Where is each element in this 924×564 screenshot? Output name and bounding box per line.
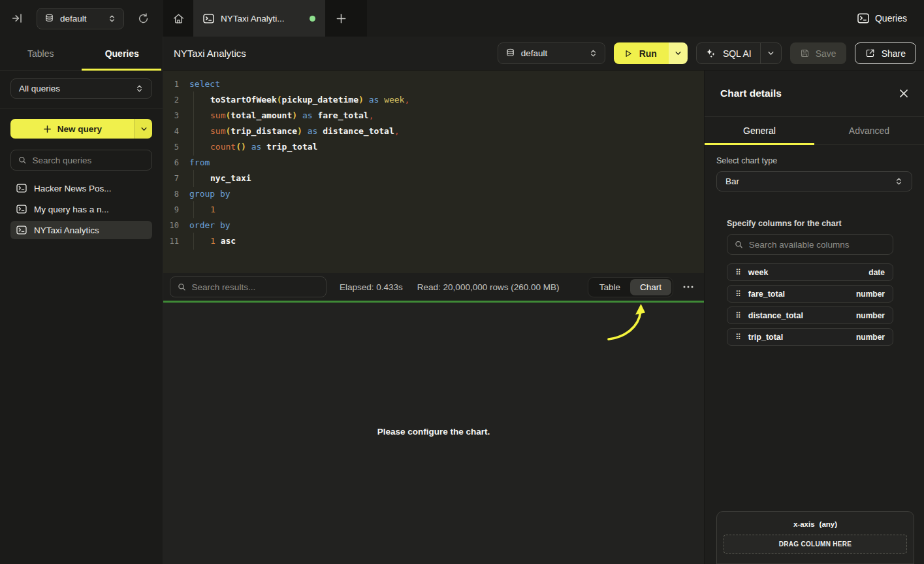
more-options-button[interactable] xyxy=(683,286,693,288)
collapse-sidebar-button[interactable] xyxy=(9,10,26,27)
sidebar-tab-tables[interactable]: Tables xyxy=(0,37,82,70)
topbar-database-selector[interactable]: default xyxy=(37,8,124,29)
line-number: 9 xyxy=(163,202,179,218)
code-line: 4sum(trip_distance) as distance_total, xyxy=(163,124,704,139)
queries-filter-value: All queries xyxy=(19,84,60,93)
sidebar-tabs: Tables Queries xyxy=(0,37,163,71)
save-icon xyxy=(800,48,810,58)
tab-nytaxi-analytics[interactable]: NYTaxi Analyti... xyxy=(193,0,325,37)
sql-ai-main[interactable]: SQL AI xyxy=(697,48,760,59)
results-toolbar: Elapsed: 0.433s Read: 20,000,000 rows (2… xyxy=(163,273,704,301)
code-line: 5count() as trip_total xyxy=(163,139,704,155)
columns-section: Specify columns for the chart ⠿weekdate⠿… xyxy=(727,219,893,346)
view-tab-table[interactable]: Table xyxy=(590,279,630,295)
chevron-down-icon xyxy=(767,50,774,57)
query-title: NYTaxi Analytics xyxy=(174,48,246,59)
view-tab-chart[interactable]: Chart xyxy=(630,279,671,295)
chevron-updown-icon xyxy=(135,84,144,93)
query-list-item[interactable]: NYTaxi Analytics xyxy=(10,221,152,239)
query-list-item[interactable]: Hacker News Pos... xyxy=(10,179,152,197)
annotation-arrow xyxy=(605,303,650,343)
home-tab[interactable] xyxy=(163,0,193,37)
panel-tabs: General Advanced xyxy=(705,117,924,145)
column-type: number xyxy=(856,311,885,320)
query-list-item[interactable]: My query has a n... xyxy=(10,200,152,218)
x-axis-label-row: x-axis(any) xyxy=(724,520,907,528)
sparkles-icon xyxy=(705,48,716,59)
panel-header: Chart details xyxy=(705,71,924,117)
search-icon xyxy=(735,240,743,249)
panel-tab-general[interactable]: General xyxy=(705,117,814,144)
columns-section-label: Specify columns for the chart xyxy=(727,219,893,228)
panel-tab-advanced[interactable]: Advanced xyxy=(814,117,924,144)
topbar-database-value: default xyxy=(60,14,87,24)
code-line: 3sum(total_amount) as fare_total, xyxy=(163,108,704,124)
topbar-queries-button[interactable]: Queries xyxy=(857,0,907,37)
close-panel-button[interactable] xyxy=(899,89,908,98)
plus-icon xyxy=(43,125,52,133)
run-options-dropdown[interactable] xyxy=(669,42,688,64)
x-axis-drop-zone[interactable]: DRAG COLUMN HERE xyxy=(724,535,907,554)
sidebar-tab-queries[interactable]: Queries xyxy=(82,37,163,70)
save-button[interactable]: Save xyxy=(790,42,846,64)
column-name: fare_total xyxy=(748,290,785,299)
plus-icon xyxy=(336,13,347,24)
sql-ai-dropdown[interactable] xyxy=(760,43,781,63)
column-chip[interactable]: ⠿trip_totalnumber xyxy=(727,328,893,346)
refresh-icon xyxy=(137,12,150,25)
queries-filter-select[interactable]: All queries xyxy=(10,78,152,99)
line-number: 3 xyxy=(163,108,179,124)
toolbar-actions: default Run SQL AI xyxy=(498,42,916,64)
x-axis-constraint: (any) xyxy=(820,520,837,528)
new-query-dropdown[interactable] xyxy=(135,119,152,139)
drag-handle-icon[interactable]: ⠿ xyxy=(735,268,741,277)
editor-toolbar: NYTaxi Analytics default Run SQL AI xyxy=(163,37,924,71)
column-chip[interactable]: ⠿fare_totalnumber xyxy=(727,285,893,303)
sidebar-body: All queries New query Hacker News Pos...… xyxy=(0,71,163,239)
chart-type-select[interactable]: Bar xyxy=(716,171,912,191)
query-item-label: Hacker News Pos... xyxy=(34,184,112,193)
code-line: 2toStartOfWeek(pickup_datetime) as week, xyxy=(163,92,704,108)
elapsed-time: Elapsed: 0.433s xyxy=(340,282,403,292)
new-tab-button[interactable] xyxy=(325,0,357,37)
play-icon xyxy=(624,49,633,58)
share-button[interactable]: Share xyxy=(855,42,916,64)
sidebar-divider xyxy=(0,108,163,108)
column-chip[interactable]: ⠿distance_totalnumber xyxy=(727,307,893,324)
drag-handle-icon[interactable]: ⠿ xyxy=(735,290,741,299)
topbar: default NYTaxi Analyti... Queries xyxy=(0,0,924,37)
chevron-down-icon xyxy=(140,125,148,133)
query-item-label: NYTaxi Analytics xyxy=(34,225,99,235)
search-columns-box xyxy=(727,234,893,255)
search-results-input[interactable] xyxy=(192,282,319,292)
column-type: number xyxy=(856,333,885,342)
search-columns-input[interactable] xyxy=(749,240,885,250)
line-number: 5 xyxy=(163,139,179,155)
chevron-down-icon xyxy=(675,50,682,57)
chart-placeholder-message: Please configure the chart. xyxy=(163,427,704,437)
new-query-main[interactable]: New query xyxy=(10,119,135,139)
sql-editor[interactable]: 1select2toStartOfWeek(pickup_datetime) a… xyxy=(163,71,704,273)
result-view-toggle: Table Chart xyxy=(588,277,673,297)
chart-area: Please configure the chart. xyxy=(163,303,704,564)
database-icon xyxy=(44,14,54,24)
search-queries-input[interactable] xyxy=(32,156,144,165)
unsaved-changes-dot xyxy=(310,16,315,22)
line-number: 11 xyxy=(163,233,179,249)
refresh-button[interactable] xyxy=(135,10,151,27)
close-icon xyxy=(899,89,908,98)
query-terminal-icon xyxy=(203,14,214,24)
column-name: distance_total xyxy=(748,311,803,320)
editor-database-selector[interactable]: default xyxy=(498,42,605,64)
drag-handle-icon[interactable]: ⠿ xyxy=(735,311,741,320)
code-line: 91 xyxy=(163,202,704,218)
run-button[interactable]: Run xyxy=(614,42,688,64)
drag-handle-icon[interactable]: ⠿ xyxy=(735,333,741,342)
new-query-button[interactable]: New query xyxy=(10,119,152,139)
chart-type-value: Bar xyxy=(725,176,739,186)
sql-ai-button[interactable]: SQL AI xyxy=(696,42,782,64)
column-chip[interactable]: ⠿weekdate xyxy=(727,263,893,281)
run-button-main[interactable]: Run xyxy=(614,42,669,64)
topbar-left-group: default xyxy=(9,0,151,37)
sql-console-app: default NYTaxi Analyti... Queries xyxy=(0,0,924,564)
